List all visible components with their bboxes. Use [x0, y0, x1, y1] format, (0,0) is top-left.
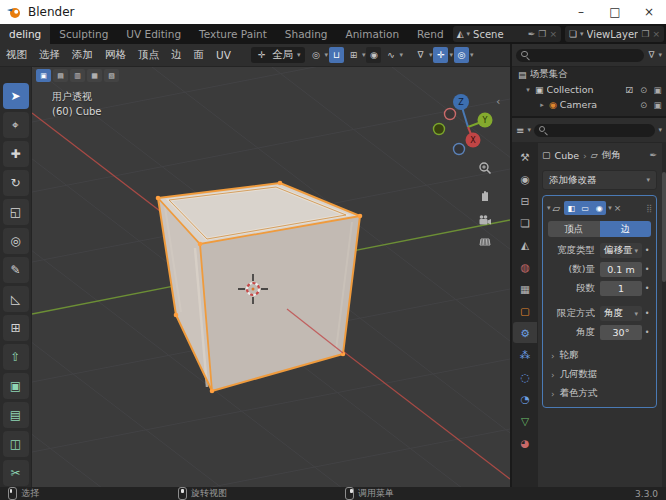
pivot-point-dropdown[interactable]: ◎	[308, 47, 323, 63]
tool-knife[interactable]: ✂	[3, 460, 29, 486]
chevron-down-icon[interactable]: ▾	[467, 30, 471, 38]
pin-icon[interactable]: ✒	[528, 29, 536, 39]
tool-extrude-region[interactable]: ⇧	[3, 344, 29, 370]
tab-render[interactable]: ◉	[513, 168, 537, 189]
outliner-item-label[interactable]: Camera	[560, 99, 635, 110]
chevron-down-icon[interactable]: ▾	[297, 51, 301, 59]
select-mode-button-2[interactable]: ▤	[53, 69, 68, 82]
width-type-dropdown[interactable]: 偏移量 ▾	[600, 243, 642, 258]
chevron-down-icon[interactable]: ▾	[470, 51, 474, 59]
chevron-down-icon[interactable]: ▾	[658, 51, 662, 59]
select-mode-button-5[interactable]: ▧	[104, 69, 119, 82]
angle-field[interactable]: 30°	[600, 325, 642, 340]
menu-vertex[interactable]: 顶点	[132, 48, 165, 62]
tool-move[interactable]: ✚	[3, 141, 29, 167]
camera-toggle-icon[interactable]: ▣	[652, 85, 663, 95]
tool-loop-cut[interactable]: ◫	[3, 431, 29, 457]
outliner-item-label[interactable]: 场景集合	[530, 68, 663, 81]
new-scene-icon[interactable]: ❐	[538, 29, 546, 39]
tab-object-data[interactable]: ▽	[513, 410, 537, 431]
axis-minus-y-ball[interactable]	[434, 124, 445, 135]
tab-edge[interactable]: 边	[600, 221, 652, 237]
tool-transform[interactable]: ◎	[3, 228, 29, 254]
chevron-down-icon[interactable]: ▾	[399, 51, 403, 59]
tab-modifiers[interactable]: ⚙	[513, 322, 537, 343]
falloff-curve-dropdown[interactable]: ∿	[383, 47, 398, 63]
animate-dot-icon[interactable]: •	[642, 309, 652, 318]
edit-mode-toggle-icon[interactable]: ◧	[564, 201, 578, 215]
close-icon[interactable]: ×	[652, 29, 660, 39]
workspace-tab-sculpting[interactable]: Sculpting	[50, 24, 117, 44]
tool-rotate[interactable]: ↻	[3, 170, 29, 196]
delete-modifier-icon[interactable]: ×	[614, 203, 622, 213]
menu-add[interactable]: 添加	[66, 48, 99, 62]
tool-add-cube[interactable]: ⊞	[3, 315, 29, 341]
pan-button[interactable]	[474, 185, 496, 207]
tab-constraints[interactable]: ◔	[513, 388, 537, 409]
breadcrumb-object[interactable]: Cube	[555, 150, 580, 161]
workspace-tab-rendering[interactable]: Rend	[408, 24, 453, 44]
tab-scene[interactable]: ◭	[513, 234, 537, 255]
amount-field[interactable]: 0.1 m	[600, 262, 642, 277]
view-layer-selector[interactable]: ❏ ▾ ViewLayer ❐ ×	[565, 26, 664, 42]
chevron-down-icon[interactable]: ▾	[324, 51, 328, 59]
editor-type-icon[interactable]: ≡	[516, 125, 524, 136]
outliner-search-input[interactable]	[516, 49, 644, 62]
outliner-item-label[interactable]: Collection	[547, 84, 621, 95]
scene-selector[interactable]: ◭ ▾ Scene ✒ ❐ ×	[453, 26, 561, 42]
orientation-value[interactable]: 全局	[272, 48, 293, 62]
sidebar-collapse-chevron[interactable]: ‹	[496, 95, 500, 108]
add-modifier-button[interactable]: 添加修改器 ▾	[542, 170, 657, 190]
minimize-button[interactable]: –	[564, 0, 598, 24]
show-overlays-toggle[interactable]: ◎	[454, 47, 469, 63]
menu-view[interactable]: 视图	[0, 48, 33, 62]
workspace-tab-uv-editing[interactable]: UV Editing	[117, 24, 190, 44]
close-button[interactable]: ×	[632, 0, 666, 24]
select-mode-button-4[interactable]: ▦	[87, 69, 102, 82]
filter-icon[interactable]: ∇	[648, 50, 654, 60]
tab-material[interactable]: ◕	[513, 432, 537, 453]
render-toggle-icon[interactable]: ◉	[592, 201, 606, 215]
outliner-row-camera[interactable]: ▸ ◉ Camera ⊙ ▣	[512, 97, 666, 112]
toggle-projection-button[interactable]	[474, 231, 496, 253]
animate-dot-icon[interactable]: •	[642, 284, 652, 293]
animate-dot-icon[interactable]: •	[642, 246, 652, 255]
viewport-3d[interactable]: ▣ ▤ ▥ ▦ ▧ 用户透视 (60) Cube Z Y X ‹	[32, 67, 510, 487]
menu-face[interactable]: 面	[188, 48, 211, 62]
outliner-row-scene-collection[interactable]: ▤ 场景集合	[512, 67, 666, 82]
new-layer-icon[interactable]: ❐	[641, 29, 649, 39]
eye-icon[interactable]: ⊙	[638, 100, 649, 110]
section-shading[interactable]: › 着色方式	[547, 384, 652, 403]
maximize-button[interactable]: □	[598, 0, 632, 24]
proportional-editing-toggle[interactable]: ◉	[366, 47, 381, 63]
animate-dot-icon[interactable]: •	[642, 328, 652, 337]
workspace-tab-texture-paint[interactable]: Texture Paint	[190, 24, 276, 44]
breadcrumb-modifier[interactable]: 倒角	[602, 149, 621, 162]
tab-tool[interactable]: ⚒	[513, 146, 537, 167]
axis-minus-x-ball[interactable]	[445, 109, 456, 120]
scrollbar[interactable]	[662, 142, 666, 487]
tab-view-layer[interactable]: ❏	[513, 212, 537, 233]
show-gizmo-toggle[interactable]: ✛	[433, 47, 448, 63]
menu-select[interactable]: 选择	[33, 48, 66, 62]
eye-icon[interactable]: ⊙	[638, 85, 649, 95]
chevron-down-icon[interactable]: ▾	[449, 51, 453, 59]
expand-arrow-icon[interactable]: ▾	[524, 86, 532, 94]
scrollbar-thumb[interactable]	[662, 172, 666, 282]
tool-cursor[interactable]: ⌖	[3, 112, 29, 138]
limit-method-dropdown[interactable]: 角度 ▾	[600, 306, 642, 321]
pin-icon[interactable]: ✒	[649, 150, 657, 160]
tool-inset-faces[interactable]: ▣	[3, 373, 29, 399]
section-geometry[interactable]: › 几何数据	[547, 365, 652, 384]
view-layer-name[interactable]: ViewLayer	[587, 29, 639, 40]
drag-handle-icon[interactable]: ⣿	[646, 204, 652, 213]
tool-bevel[interactable]: ▤	[3, 402, 29, 428]
menu-mesh[interactable]: 网格	[99, 48, 132, 62]
extras-chevron-icon[interactable]: ▾	[608, 204, 612, 212]
chevron-down-icon[interactable]: ▾	[362, 51, 366, 59]
tab-particles[interactable]: ⁂	[513, 344, 537, 365]
zoom-button[interactable]	[474, 157, 496, 179]
close-icon[interactable]: ×	[549, 29, 557, 39]
chevron-down-icon[interactable]: ▾	[580, 30, 584, 38]
tab-physics[interactable]: ◌	[513, 366, 537, 387]
